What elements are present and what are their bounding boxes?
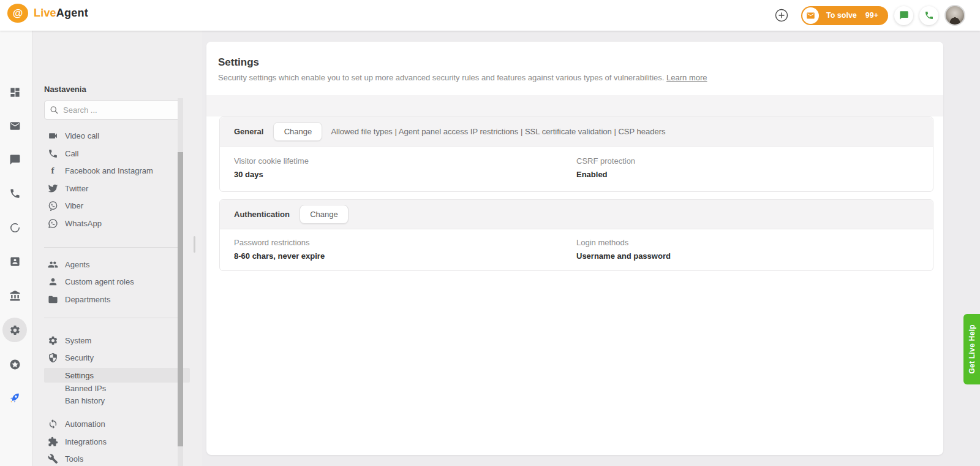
person-icon bbox=[47, 276, 58, 287]
field-visitor-cookie-lifetime: Visitor cookie lifetime 30 days bbox=[220, 156, 576, 179]
get-live-help-tab[interactable]: Get Live Help bbox=[963, 314, 980, 384]
page-title: Settings bbox=[218, 56, 943, 69]
authentication-panel-body: Password restrictions 8-60 chars, never … bbox=[220, 229, 933, 270]
logo-text: LiveAgent bbox=[34, 7, 88, 20]
sidebar-resize-handle[interactable] bbox=[194, 236, 195, 253]
card-toolbar-band bbox=[206, 95, 943, 116]
sidebar-scrollbar-thumb[interactable] bbox=[178, 152, 183, 446]
sidebar-divider bbox=[44, 247, 179, 248]
sidebar-scrollbar-track[interactable] bbox=[178, 98, 183, 466]
company-icon[interactable] bbox=[2, 283, 27, 308]
sidebar-item-twitter[interactable]: Twitter bbox=[32, 180, 202, 197]
whatsapp-icon bbox=[47, 218, 58, 229]
authentication-panel-title: Authentication bbox=[234, 210, 290, 219]
sidebar-item-tools[interactable]: Tools bbox=[32, 450, 202, 466]
viber-icon bbox=[47, 200, 58, 211]
field-csrf-protection: CSRF protection Enabled bbox=[576, 156, 933, 179]
sidebar-title: Nastavenia bbox=[44, 85, 86, 94]
rocket-icon[interactable] bbox=[2, 385, 27, 410]
page-header: Settings Security settings which enable … bbox=[206, 42, 943, 95]
user-avatar[interactable] bbox=[944, 5, 965, 26]
sidebar-item-security[interactable]: Security bbox=[32, 349, 202, 366]
mail-icon[interactable] bbox=[2, 113, 27, 138]
sidebar-divider bbox=[44, 318, 179, 318]
logo-bubble-icon: @ bbox=[7, 4, 28, 23]
chat-bubble-icon bbox=[899, 10, 909, 20]
sidebar-search[interactable] bbox=[44, 101, 181, 120]
call-icon bbox=[47, 148, 58, 159]
sidebar-item-custom-agent-roles[interactable]: Custom agent roles bbox=[32, 273, 202, 290]
learn-more-link[interactable]: Learn more bbox=[666, 73, 707, 82]
to-solve-button[interactable]: To solve 99+ bbox=[801, 6, 888, 25]
time-circle-icon[interactable] bbox=[2, 215, 27, 240]
contact-card-icon[interactable] bbox=[2, 249, 27, 273]
general-panel-body: Visitor cookie lifetime 30 days CSRF pro… bbox=[220, 147, 933, 191]
get-live-help-label: Get Live Help bbox=[968, 324, 976, 374]
sidebar-item-whatsapp[interactable]: WhatsApp bbox=[32, 215, 202, 232]
sidebar-item-automation[interactable]: Automation bbox=[32, 415, 202, 432]
settings-sidebar: Nastavenia Video call Call f Facebook an… bbox=[32, 31, 202, 466]
sidebar-item-settings[interactable]: Settings bbox=[44, 368, 190, 383]
sidebar-item-integrations[interactable]: Integrations bbox=[32, 433, 202, 450]
field-password-restrictions: Password restrictions 8-60 chars, never … bbox=[220, 238, 576, 261]
sidebar-item-banned-ips[interactable]: Banned IPs bbox=[32, 382, 202, 395]
page-description: Security settings which enable you to se… bbox=[218, 73, 943, 82]
general-tabs-links[interactable]: Allowed file types | Agent panel access … bbox=[331, 127, 665, 136]
video-call-icon bbox=[47, 130, 58, 141]
sidebar-item-departments[interactable]: Departments bbox=[32, 291, 202, 308]
calls-button[interactable] bbox=[919, 6, 938, 25]
sidebar-item-agents[interactable]: Agents bbox=[32, 256, 202, 273]
sidebar-item-facebook-instagram[interactable]: f Facebook and Instagram bbox=[32, 162, 202, 179]
envelope-icon bbox=[802, 7, 819, 24]
authentication-panel-header: Authentication Change bbox=[220, 200, 933, 229]
add-plus-icon[interactable] bbox=[774, 8, 789, 23]
authentication-panel: Authentication Change Password restricti… bbox=[219, 199, 933, 271]
puzzle-icon bbox=[47, 436, 58, 447]
sidebar-item-video-call[interactable]: Video call bbox=[32, 127, 202, 144]
to-solve-count-badge: 99+ bbox=[865, 11, 878, 20]
phone-icon bbox=[924, 10, 934, 20]
settings-gear-icon[interactable] bbox=[2, 318, 27, 342]
folder-icon bbox=[47, 294, 58, 305]
sidebar-item-ban-history[interactable]: Ban history bbox=[32, 394, 202, 407]
facebook-icon: f bbox=[47, 165, 58, 176]
general-change-button[interactable]: Change bbox=[273, 122, 322, 141]
shield-icon bbox=[47, 352, 58, 363]
sync-icon bbox=[47, 418, 58, 429]
twitter-icon bbox=[47, 183, 58, 194]
authentication-change-button[interactable]: Change bbox=[300, 205, 349, 224]
chats-button[interactable] bbox=[894, 6, 913, 25]
chat-icon[interactable] bbox=[2, 147, 27, 172]
top-header: @ LiveAgent To solve 99+ bbox=[0, 0, 980, 31]
gamification-star-icon[interactable] bbox=[2, 352, 27, 376]
field-login-methods: Login methods Username and password bbox=[576, 238, 933, 261]
general-panel-header: General Change Allowed file types | Agen… bbox=[220, 117, 933, 147]
liveagent-logo[interactable]: @ LiveAgent bbox=[7, 4, 88, 23]
gear-icon bbox=[47, 335, 58, 346]
search-input[interactable] bbox=[63, 105, 167, 115]
sidebar-item-system[interactable]: System bbox=[32, 332, 202, 349]
agents-icon bbox=[47, 259, 58, 270]
dashboard-icon[interactable] bbox=[2, 80, 27, 104]
to-solve-label: To solve bbox=[826, 11, 857, 20]
icon-rail bbox=[0, 31, 32, 466]
settings-main-card: Settings Security settings which enable … bbox=[206, 42, 943, 455]
sidebar-item-call[interactable]: Call bbox=[32, 145, 202, 162]
search-icon bbox=[50, 105, 59, 115]
sidebar-item-viber[interactable]: Viber bbox=[32, 197, 202, 214]
general-panel: General Change Allowed file types | Agen… bbox=[219, 116, 933, 192]
general-panel-title: General bbox=[234, 127, 263, 136]
wrench-icon bbox=[47, 453, 58, 464]
call-icon[interactable] bbox=[2, 181, 27, 205]
